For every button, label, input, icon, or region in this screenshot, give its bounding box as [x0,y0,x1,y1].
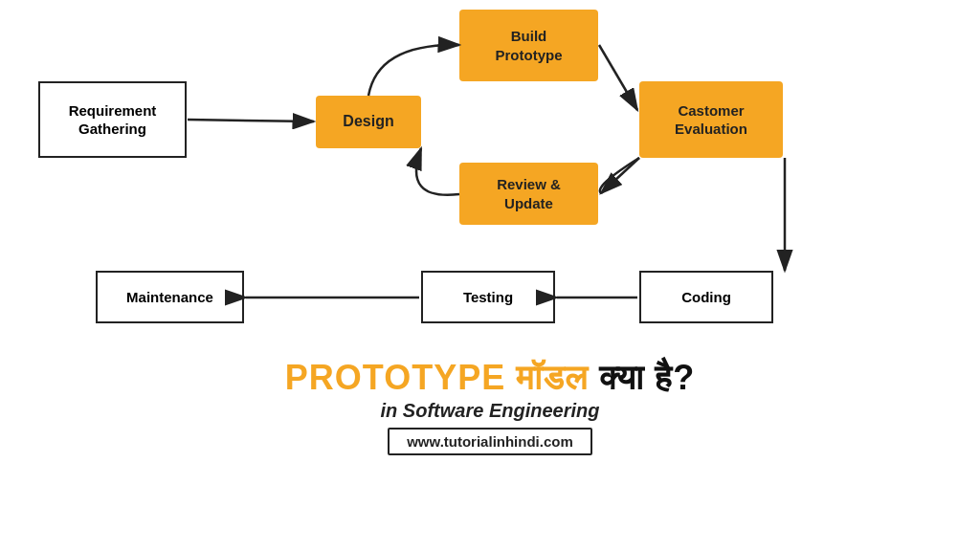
maintenance-label: Maintenance [126,288,213,307]
main-container: Requirement Gathering Design BuildProtot… [0,0,980,551]
svg-line-3 [599,45,637,110]
svg-line-4 [601,158,639,193]
main-title: PROTOTYPE मॉडल क्या है? [0,358,980,398]
build-prototype-box: BuildPrototype [459,10,598,81]
bottom-text: PROTOTYPE मॉडल क्या है? in Software Engi… [0,354,980,455]
customer-evaluation-label: CastomerEvaluation [675,101,747,139]
design-box: Design [316,96,421,148]
requirement-gathering-label: Requirement Gathering [40,101,185,139]
subtitle: in Software Engineering [0,400,980,422]
svg-line-2 [188,120,314,121]
requirement-gathering-box: Requirement Gathering [38,81,187,158]
coding-box: Coding [639,271,773,323]
maintenance-box: Maintenance [96,271,244,323]
review-update-label: Review &Update [497,175,561,212]
design-label: Design [343,112,393,132]
customer-evaluation-box: CastomerEvaluation [639,81,783,158]
coding-label: Coding [681,288,731,307]
title-part1: PROTOTYPE [285,358,516,397]
website-box: www.tutorialinhindi.com [388,428,592,455]
testing-label: Testing [463,288,513,307]
review-update-box: Review &Update [459,163,598,225]
testing-box: Testing [421,271,555,323]
diagram-area: Requirement Gathering Design BuildProtot… [0,0,980,354]
build-prototype-label: BuildPrototype [495,27,562,64]
title-part3: क्या है? [589,358,695,397]
title-part2: मॉडल [516,358,589,397]
